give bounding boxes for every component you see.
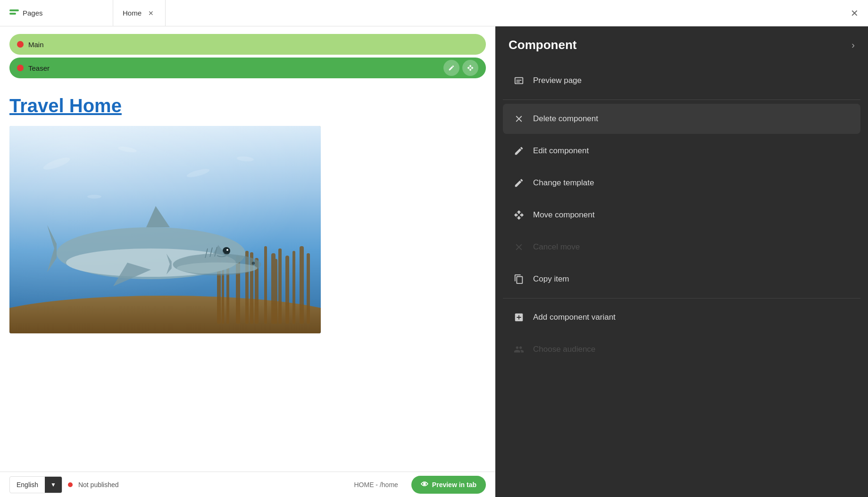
cancel-move-label: Cancel move: [533, 242, 580, 252]
copy-item-label: Copy item: [533, 274, 569, 284]
move-component-label: Move component: [533, 210, 594, 220]
edit-component-label: Edit component: [533, 146, 589, 156]
divider-1: [503, 99, 860, 100]
svg-rect-13: [300, 246, 304, 324]
panel-chevron-icon[interactable]: ›: [851, 40, 855, 50]
svg-point-24: [226, 249, 228, 251]
component-rows: Main Teaser: [0, 26, 495, 86]
not-published-dot: [68, 482, 73, 487]
panel-menu: Preview page Delete component: [495, 62, 868, 497]
pages-label: Pages: [23, 9, 43, 17]
svg-rect-10: [278, 248, 282, 324]
preview-tab-label: Preview in tab: [432, 481, 476, 489]
menu-item-preview-page[interactable]: Preview page: [503, 66, 860, 96]
preview-page-label: Preview page: [533, 76, 582, 85]
cancel-move-icon: [512, 240, 526, 254]
preview-page-icon: [512, 74, 526, 87]
menu-item-cancel-move: Cancel move: [503, 232, 860, 262]
dropdown-arrow-icon: ▼: [50, 481, 56, 488]
menu-item-move-component[interactable]: Move component: [503, 200, 860, 230]
delete-component-label: Delete component: [533, 114, 598, 124]
svg-rect-12: [292, 251, 295, 324]
move-component-icon: [512, 208, 526, 222]
svg-point-32: [252, 262, 255, 265]
status-bar: English ▼ Not published HOME - /home 👁 P…: [0, 472, 495, 497]
change-template-icon: [512, 176, 526, 190]
svg-point-29: [177, 263, 258, 274]
edit-component-icon: [512, 144, 526, 157]
svg-rect-11: [285, 256, 289, 324]
window-close-button[interactable]: ✕: [841, 8, 868, 19]
canvas-area: Main Teaser: [0, 26, 495, 497]
svg-point-36: [87, 195, 101, 199]
travel-title[interactable]: Travel Home: [9, 95, 486, 116]
not-published-label: Not published: [78, 481, 119, 489]
main-row-dot: [17, 41, 24, 48]
top-bar: Pages Home ✕ ✕: [0, 0, 868, 26]
main-component-row[interactable]: Main: [9, 34, 486, 55]
change-template-label: Change template: [533, 178, 594, 188]
language-label: English: [10, 481, 45, 489]
svg-rect-8: [264, 246, 267, 324]
breadcrumb-path: HOME - /home: [354, 481, 398, 489]
menu-item-add-variant[interactable]: Add component variant: [503, 302, 860, 332]
delete-component-icon: [512, 112, 526, 125]
teaser-edit-button[interactable]: [443, 60, 459, 76]
preview-eye-icon: 👁: [421, 480, 428, 489]
svg-rect-14: [307, 253, 310, 324]
panel-header: Component ›: [495, 26, 868, 62]
menu-item-delete-component[interactable]: Delete component: [503, 104, 860, 134]
home-tab[interactable]: Home ✕: [113, 0, 166, 26]
choose-audience-icon: [512, 343, 526, 356]
teaser-row-label: Teaser: [28, 64, 439, 72]
add-variant-label: Add component variant: [533, 313, 616, 322]
pages-icon: [9, 9, 19, 17]
divider-2: [503, 298, 860, 298]
content-area: Travel Home: [0, 86, 495, 472]
menu-item-edit-component[interactable]: Edit component: [503, 136, 860, 166]
teaser-component-row[interactable]: Teaser: [9, 58, 486, 78]
svg-rect-17: [275, 259, 277, 324]
menu-item-choose-audience: Choose audience: [503, 334, 860, 364]
language-selector[interactable]: English ▼: [9, 476, 62, 493]
menu-item-change-template[interactable]: Change template: [503, 168, 860, 198]
menu-item-copy-item[interactable]: Copy item: [503, 264, 860, 294]
panel-title: Component: [509, 38, 576, 52]
pages-tab[interactable]: Pages: [0, 0, 113, 26]
add-variant-icon: [512, 311, 526, 324]
main-row-label: Main: [28, 41, 478, 49]
right-panel: Component › Preview page: [495, 26, 868, 497]
tab-close-button[interactable]: ✕: [146, 8, 156, 18]
teaser-move-button[interactable]: [462, 60, 478, 76]
teaser-row-dot: [17, 65, 24, 71]
tab-label: Home: [123, 9, 142, 17]
teaser-row-actions: [443, 60, 478, 76]
preview-in-tab-button[interactable]: 👁 Preview in tab: [411, 476, 486, 494]
shark-image: [9, 126, 321, 333]
choose-audience-label: Choose audience: [533, 345, 595, 354]
language-dropdown-button[interactable]: ▼: [45, 476, 62, 493]
copy-item-icon: [512, 273, 526, 286]
main-layout: Main Teaser: [0, 26, 868, 497]
